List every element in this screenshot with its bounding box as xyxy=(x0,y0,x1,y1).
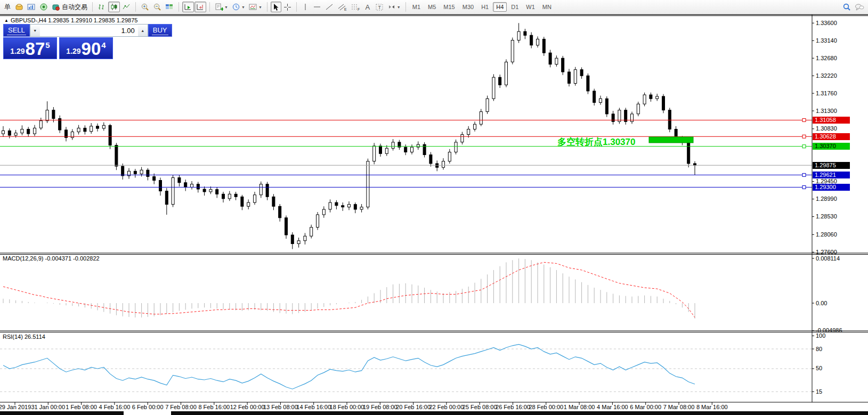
timeframe-button-m15[interactable]: M15 xyxy=(440,2,458,12)
time-axis-label[interactable]: 25 Feb 08:00 xyxy=(463,404,497,410)
sell-button[interactable]: SELL xyxy=(3,24,30,37)
templates-icon[interactable]: ▼ xyxy=(247,2,264,12)
time-axis-label[interactable]: 1 Feb 08:00 xyxy=(66,404,97,410)
level-anchor-square xyxy=(802,135,806,138)
arrows-icon[interactable]: ▼ xyxy=(386,2,402,12)
time-axis-label[interactable]: 28 Feb 00:00 xyxy=(529,404,563,410)
macd-pane xyxy=(3,258,695,319)
equidistant-channel-icon[interactable]: E xyxy=(336,2,348,12)
text-icon[interactable]: A xyxy=(362,2,373,12)
timeframe-button-mn[interactable]: MN xyxy=(539,2,555,12)
timeframe-button-d1[interactable]: D1 xyxy=(508,2,522,12)
time-axis-label[interactable]: 20 Feb 16:00 xyxy=(396,404,431,410)
price-tick-label: 1.27600 xyxy=(816,249,837,255)
price-level-tag-1.29300[interactable]: 1.29300 xyxy=(813,184,850,191)
tile-windows-icon[interactable] xyxy=(164,2,175,12)
sell-price[interactable]: 1.29875 xyxy=(3,37,57,59)
chart-canvas[interactable] xyxy=(0,0,868,415)
time-axis-label[interactable]: 18 Feb 00:00 xyxy=(330,404,364,410)
toolbar-separator xyxy=(92,2,93,12)
time-axis-label[interactable]: 14 Feb 16:00 xyxy=(296,404,331,410)
bottom-strip xyxy=(0,411,868,415)
time-axis-label[interactable]: 26 Feb 16:00 xyxy=(496,404,530,410)
time-axis-label[interactable]: 29 Jan 2019 xyxy=(0,404,31,410)
price-tick-label: 1.28990 xyxy=(816,196,837,202)
horizontal-line-icon[interactable] xyxy=(311,2,323,12)
svg-text:F: F xyxy=(358,7,360,11)
candlestick-chart-icon[interactable] xyxy=(108,2,120,12)
time-axis-label[interactable]: 22 Feb 00:00 xyxy=(429,404,464,410)
price-level-tag-1.29875[interactable]: 1.29875 xyxy=(813,162,850,169)
time-axis-label[interactable]: 4 Feb 16:00 xyxy=(99,404,131,410)
chart-window-icon[interactable] xyxy=(26,2,37,12)
price-level-tag-1.29621[interactable]: 1.29621 xyxy=(813,172,850,178)
timeframe-button-m5[interactable]: M5 xyxy=(425,2,439,12)
cursor-icon[interactable] xyxy=(271,2,281,12)
price-level-tag-1.31058[interactable]: 1.31058 xyxy=(813,117,850,124)
price-tick-label: 1.28530 xyxy=(816,213,837,219)
chart-shift-icon[interactable] xyxy=(194,2,206,12)
price-level-tag-1.30628[interactable]: 1.30628 xyxy=(813,133,850,140)
timeframe-button-w1[interactable]: W1 xyxy=(523,2,538,12)
bar-chart-icon[interactable] xyxy=(96,2,108,12)
timeframe-button-m1[interactable]: M1 xyxy=(409,2,424,12)
volume-decrease-button[interactable]: ▼ xyxy=(30,25,40,36)
volume-increase-button[interactable]: ▲ xyxy=(138,25,148,36)
toolbar-separator xyxy=(179,2,179,12)
periods-icon[interactable]: ▼ xyxy=(230,2,247,12)
toolbar-separator xyxy=(135,2,136,12)
mt4-terminal: 单 自动交易 xyxy=(0,0,868,415)
chart-title: ▲GBPUSD-,H4 1.29835 1.29910 1.29835 1.29… xyxy=(4,17,137,23)
buy-button[interactable]: BUY xyxy=(148,24,172,37)
price-tick-label: 1.33140 xyxy=(816,37,837,44)
fibonacci-icon[interactable]: F xyxy=(349,2,362,12)
time-axis-label[interactable]: 1 Mar 08:00 xyxy=(564,404,595,410)
rsi-tick-label: 80 xyxy=(816,346,822,352)
price-level-tag-1.30370[interactable]: 1.30370 xyxy=(813,143,850,150)
autotrading-button[interactable]: 自动交易 xyxy=(50,2,89,12)
line-chart-icon[interactable] xyxy=(120,2,132,12)
price-tick-label: 1.28060 xyxy=(816,231,837,238)
timeframe-button-h4[interactable]: H4 xyxy=(493,2,507,12)
timeframe-button-m30[interactable]: M30 xyxy=(459,2,477,12)
time-axis-label[interactable]: 4 Mar 16:00 xyxy=(597,404,628,410)
main-toolbar: 单 自动交易 xyxy=(0,0,868,14)
time-axis-label[interactable]: 19 Feb 08:00 xyxy=(363,404,398,410)
text-label-icon[interactable]: T xyxy=(374,2,385,12)
rsi-line xyxy=(3,344,695,389)
timeframe-button-h1[interactable]: H1 xyxy=(478,2,492,12)
time-axis-label[interactable]: 31 Jan 00:00 xyxy=(31,404,65,410)
time-axis-label[interactable]: 7 Feb 08:00 xyxy=(165,404,197,410)
chat-icon[interactable] xyxy=(853,2,866,12)
gold-cube-icon[interactable] xyxy=(13,2,25,12)
zoom-in-icon[interactable] xyxy=(139,2,151,12)
signal-icon[interactable] xyxy=(38,2,50,12)
price-tick-label: 1.30830 xyxy=(816,125,837,132)
macd-indicator-label: MACD(12,26,9) -0.004371 -0.002822 xyxy=(3,255,100,262)
time-axis-label[interactable]: 6 Feb 00:00 xyxy=(132,404,164,410)
new-order-button[interactable]: 单 xyxy=(2,2,13,12)
chart-window-border xyxy=(0,14,868,15)
time-axis-label[interactable]: 6 Mar 00:00 xyxy=(630,404,661,410)
zoom-out-icon[interactable] xyxy=(151,2,163,12)
rsi-tick-label: 50 xyxy=(816,365,822,371)
crosshair-icon[interactable] xyxy=(282,2,293,12)
price-tick-label: 1.32220 xyxy=(816,72,837,79)
search-icon[interactable] xyxy=(841,2,853,12)
time-axis-label[interactable]: 12 Feb 00:00 xyxy=(230,404,265,410)
time-axis-label[interactable]: 7 Mar 08:00 xyxy=(663,404,695,410)
buy-price[interactable]: 1.29904 xyxy=(59,37,113,59)
trendline-icon[interactable] xyxy=(323,2,335,12)
bottom-strip-gap xyxy=(124,411,171,415)
auto-scroll-icon[interactable] xyxy=(182,2,194,12)
highlight-rectangle xyxy=(649,137,693,143)
time-axis-label[interactable]: 8 Mar 16:00 xyxy=(696,404,728,410)
volume-stepper: ▼ ▲ xyxy=(30,24,148,37)
volume-input[interactable] xyxy=(40,25,138,36)
indicators-icon[interactable]: ▼ xyxy=(213,2,230,12)
chart-annotation-text[interactable]: 多空转折点1.30370 xyxy=(557,136,635,148)
time-axis-label[interactable]: 13 Feb 08:00 xyxy=(263,404,298,410)
panel-collapse-arrow[interactable]: ▲ xyxy=(4,18,9,23)
time-axis-label[interactable]: 8 Feb 16:00 xyxy=(198,404,230,410)
vertical-line-icon[interactable] xyxy=(300,2,311,12)
